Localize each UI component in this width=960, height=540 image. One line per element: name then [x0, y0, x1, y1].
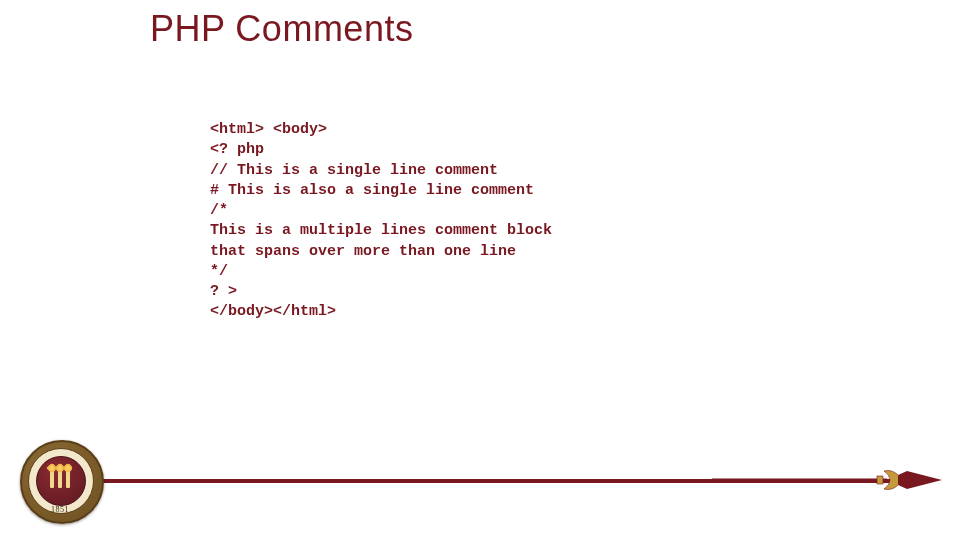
code-line: ? > — [210, 283, 237, 300]
svg-rect-2 — [877, 476, 883, 484]
code-line: that spans over more than one line — [210, 243, 516, 260]
spear-icon — [712, 465, 942, 495]
seal-year: 1851 — [20, 505, 100, 514]
code-block: <html> <body> <? php // This is a single… — [210, 120, 552, 323]
code-line: // This is a single line comment — [210, 162, 498, 179]
code-line: <html> <body> — [210, 121, 327, 138]
slide: PHP Comments <html> <body> <? php // Thi… — [0, 0, 960, 540]
code-line: */ — [210, 263, 228, 280]
code-line: /* — [210, 202, 228, 219]
university-seal-icon: 1851 — [20, 440, 100, 520]
code-line: # This is also a single line comment — [210, 182, 534, 199]
code-line: This is a multiple lines comment block — [210, 222, 552, 239]
code-line: <? php — [210, 141, 264, 158]
slide-title: PHP Comments — [150, 8, 413, 50]
code-line: </body></html> — [210, 303, 336, 320]
